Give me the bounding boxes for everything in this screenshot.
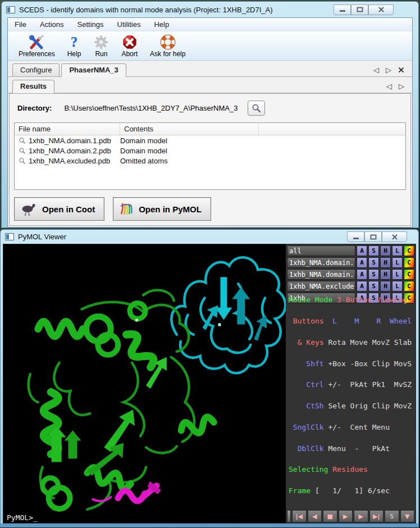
menu-actions[interactable]: Actions	[40, 20, 64, 29]
mouse-panel-text: Buttons	[289, 317, 324, 325]
sceds-titlebar[interactable]: SCEDS - identify domains with normal mod…	[2, 2, 418, 17]
action-menu-button[interactable]: A	[357, 269, 367, 280]
magnifier-icon	[19, 137, 26, 144]
mouse-panel-text: Ctrl	[289, 380, 324, 389]
magnifier-icon	[19, 157, 26, 165]
menu-bar: File Actions Settings Utilities Help	[8, 18, 412, 31]
gear-icon	[93, 34, 109, 50]
file-table: File name Contents 1xhb_NMA.domain.1.pdb…	[14, 122, 406, 190]
label-menu-button[interactable]: L	[392, 257, 403, 268]
stop-button[interactable]: ■	[323, 510, 337, 522]
preferences-label: Preferences	[19, 50, 55, 58]
question-icon: ?	[71, 34, 78, 50]
tab-scroll-left-icon[interactable]: ◁	[373, 66, 379, 74]
label-menu-button[interactable]: L	[392, 269, 403, 280]
selecting-mode-value[interactable]: Residues	[328, 465, 367, 474]
step-back-button[interactable]: ◀	[308, 510, 322, 522]
directory-value: B:\Users\oeffner\Tests\1XHB_2DY7_A\Phase…	[64, 104, 238, 112]
mouse-mode-panel[interactable]: Mouse Mode 3-Button Viewing Buttons L M …	[289, 283, 415, 509]
file-contents: Omitted atoms	[120, 157, 401, 165]
file-name: 1xhb_NMA.domain.1.pdb	[29, 136, 111, 145]
frame-label: Frame	[289, 486, 311, 495]
tab-results[interactable]: Results	[12, 80, 54, 93]
object-label[interactable]: 1xhb_NMA.domain.	[287, 269, 355, 280]
close-button[interactable]	[368, 4, 394, 15]
step-forward-button[interactable]: ▶	[354, 510, 368, 522]
close-icon	[391, 234, 398, 240]
open-in-coot-button[interactable]: Open in Coot	[14, 197, 104, 221]
open-in-pymol-button[interactable]: Open in PyMOL	[113, 197, 211, 221]
go-to-start-button[interactable]: |◀	[292, 510, 307, 522]
subtab-nav-controls: ◁ ▷	[383, 82, 408, 93]
show-menu-button[interactable]: S	[368, 269, 379, 280]
object-label[interactable]: 1xhb_NMA.domain.	[287, 257, 355, 268]
tab-configure[interactable]: Configure	[12, 63, 60, 76]
run-button[interactable]: Run	[88, 33, 114, 59]
menu-utilities[interactable]: Utilities	[117, 20, 141, 29]
color-menu-button[interactable]: C	[404, 245, 414, 256]
mouse-panel-text: L M R Wheel	[324, 317, 412, 325]
abort-button[interactable]: Abort	[116, 33, 143, 59]
panel-grip[interactable]	[287, 510, 291, 522]
maximize-button[interactable]	[351, 4, 368, 15]
scene-button[interactable]: S	[385, 510, 399, 522]
hide-menu-button[interactable]: H	[380, 245, 391, 256]
subtab-scroll-left-icon[interactable]: ◁	[386, 82, 392, 90]
pymol-window: PyMOL Viewer	[0, 229, 419, 527]
hide-menu-button[interactable]: H	[380, 269, 391, 280]
help-button[interactable]: ? Help	[62, 33, 86, 59]
file-name: 1xhb_NMA.domain.2.pdb	[29, 147, 111, 155]
go-to-end-button[interactable]: ▶|	[369, 510, 384, 522]
preferences-button[interactable]: Preferences	[13, 33, 60, 59]
action-buttons-row: Open in Coot Open in PyMOL	[14, 197, 406, 221]
column-contents[interactable]: Contents	[120, 123, 259, 135]
color-menu-button[interactable]: C	[404, 257, 414, 268]
directory-row: Directory: B:\Users\oeffner\Tests\1XHB_2…	[14, 97, 406, 122]
play-button[interactable]: ▶	[339, 510, 353, 522]
tab-scroll-right-icon[interactable]: ▷	[386, 66, 391, 74]
3d-viewport[interactable]: PyMOL>_	[3, 244, 286, 523]
menu-settings[interactable]: Settings	[77, 20, 104, 29]
tab-phasernma-3[interactable]: PhaserNMA_3	[61, 63, 126, 77]
pymol-window-controls	[347, 231, 407, 242]
show-menu-button[interactable]: S	[368, 257, 379, 268]
menu-help[interactable]: Help	[154, 20, 169, 29]
hide-menu-button[interactable]: H	[380, 257, 391, 268]
ask-for-help-button[interactable]: Ask for help	[145, 33, 190, 59]
minimize-button[interactable]	[347, 231, 364, 242]
file-name: 1xhb_NMA.excluded.pdb	[29, 157, 110, 165]
show-menu-button[interactable]: S	[368, 245, 379, 256]
sceds-window: SCEDS - identify domains with normal mod…	[1, 1, 419, 228]
column-file-name[interactable]: File name	[15, 123, 120, 135]
close-button[interactable]	[382, 231, 407, 242]
minimize-button[interactable]	[334, 4, 351, 15]
browse-directory-button[interactable]	[248, 101, 265, 116]
selecting-mode-label[interactable]: Selecting	[289, 465, 328, 474]
toolbar: Preferences ? Help	[8, 31, 412, 61]
table-row[interactable]: 1xhb_NMA.excluded.pdb Omitted atoms	[15, 156, 405, 166]
frame-counter: [ 1/ 1] 6/sec	[311, 486, 390, 495]
action-menu-button[interactable]: A	[357, 257, 367, 268]
object-label[interactable]: all	[287, 245, 355, 256]
magnifier-icon	[252, 103, 261, 113]
action-menu-button[interactable]: A	[357, 245, 367, 256]
pymol-titlebar[interactable]: PyMOL Viewer	[1, 230, 418, 244]
menu-file[interactable]: File	[15, 20, 26, 29]
label-menu-button[interactable]: L	[392, 245, 403, 256]
maximize-icon	[357, 7, 363, 12]
table-row[interactable]: 1xhb_NMA.domain.1.pdb Domain model	[15, 135, 405, 145]
maximize-button[interactable]	[364, 231, 382, 242]
pymol-client: PyMOL>_ all A S H L C 1xhb_NMA.domain. A…	[3, 244, 416, 524]
color-menu-button[interactable]: C	[404, 269, 414, 280]
table-row[interactable]: 1xhb_NMA.domain.2.pdb Domain model	[15, 145, 405, 156]
pymol-command-prompt[interactable]: PyMOL>_	[7, 513, 38, 522]
pymol-side-panel: all A S H L C 1xhb_NMA.domain. A S H L C…	[286, 244, 416, 523]
minimize-icon	[353, 234, 359, 240]
tab-close-icon[interactable]	[398, 67, 404, 73]
open-in-coot-label: Open in Coot	[42, 204, 95, 214]
mouse-panel-text: CtSh	[289, 402, 324, 410]
expand-menu-button[interactable]: ▼	[400, 510, 415, 522]
subtab-scroll-right-icon[interactable]: ▷	[399, 82, 404, 90]
open-in-pymol-label: Open in PyMOL	[139, 204, 202, 214]
maximize-icon	[370, 234, 377, 240]
